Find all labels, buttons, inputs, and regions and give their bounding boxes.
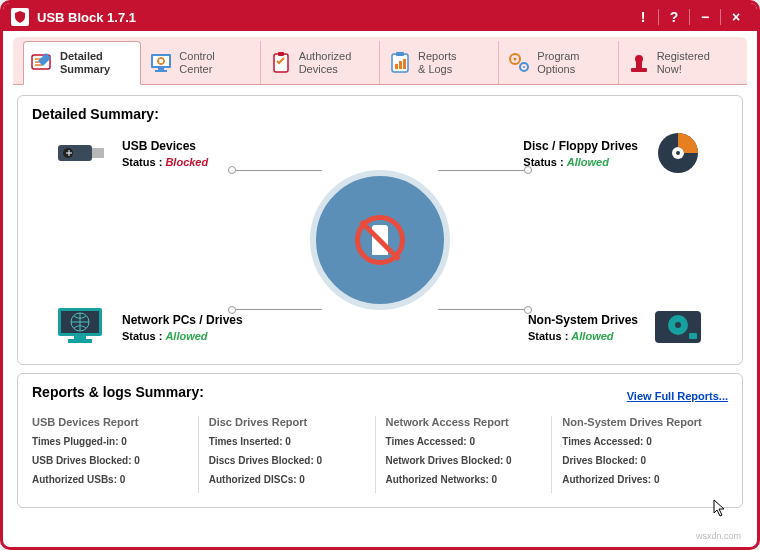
network-report-col: Network Access Report Times Accessed: 0 … — [376, 416, 553, 493]
alert-button[interactable]: ! — [630, 7, 656, 27]
cursor-icon — [713, 499, 727, 517]
disc-drives-block: Disc / Floppy DrivesStatus : Allowed — [523, 130, 708, 176]
clipboard-check-icon — [269, 51, 293, 75]
tab-program-options[interactable]: ProgramOptions — [501, 41, 618, 84]
summary-icon — [30, 51, 54, 75]
svg-rect-17 — [631, 68, 647, 72]
svg-rect-4 — [155, 70, 167, 72]
summary-title: Detailed Summary: — [32, 106, 728, 122]
chart-icon — [388, 51, 412, 75]
disc-icon — [648, 130, 708, 176]
svg-point-16 — [523, 66, 525, 68]
monitor-icon — [149, 51, 173, 75]
hard-drive-icon — [648, 304, 708, 350]
usb-cable-icon — [372, 225, 388, 255]
svg-rect-11 — [399, 61, 402, 69]
gears-icon — [507, 51, 531, 75]
svg-point-19 — [635, 55, 643, 63]
svg-point-14 — [514, 57, 517, 60]
svg-rect-30 — [68, 339, 92, 343]
tab-control-center[interactable]: ControlCenter — [143, 41, 260, 84]
tab-authorized-devices[interactable]: AuthorizedDevices — [263, 41, 380, 84]
detailed-summary-panel: Detailed Summary: USB DevicesStatus : Bl… — [17, 95, 743, 365]
app-shield-icon — [11, 8, 29, 26]
help-button[interactable]: ? — [661, 7, 687, 27]
tab-detailed-summary[interactable]: DetailedSummary — [23, 41, 141, 85]
svg-rect-3 — [158, 68, 164, 70]
tab-reports-logs[interactable]: Reports& Logs — [382, 41, 499, 84]
watermark: wsxdn.com — [696, 531, 741, 541]
svg-rect-6 — [274, 54, 288, 72]
network-monitor-icon — [52, 304, 112, 350]
tabs: DetailedSummary ControlCenter Authorized… — [13, 37, 747, 85]
svg-rect-10 — [395, 64, 398, 69]
usb-report-col: USB Devices Report Times Plugged-in: 0 U… — [32, 416, 199, 493]
nonsystem-drives-block: Non-System DrivesStatus : Allowed — [528, 304, 708, 350]
minimize-button[interactable]: − — [692, 7, 718, 27]
titlebar: USB Block 1.7.1 ! ? − × — [3, 3, 757, 31]
svg-rect-29 — [74, 336, 86, 339]
svg-rect-12 — [403, 59, 406, 69]
svg-point-25 — [676, 151, 680, 155]
app-window: USB Block 1.7.1 ! ? − × DetailedSummary … — [0, 0, 760, 550]
svg-rect-7 — [278, 52, 284, 56]
usb-stick-icon — [52, 130, 112, 176]
tab-registered-now[interactable]: RegisteredNow! — [621, 41, 737, 84]
nonsystem-report-col: Non-System Drives Report Times Accessed:… — [552, 416, 728, 493]
svg-rect-9 — [396, 52, 404, 56]
usb-block-icon — [310, 170, 450, 310]
svg-point-33 — [675, 322, 681, 328]
disc-report-col: Disc Drives Report Times Inserted: 0 Dis… — [199, 416, 376, 493]
app-title: USB Block 1.7.1 — [37, 10, 630, 25]
reports-title: Reports & logs Summary: — [32, 384, 204, 400]
svg-rect-21 — [92, 148, 104, 158]
network-drives-block: Network PCs / DrivesStatus : Allowed — [52, 304, 243, 350]
svg-rect-34 — [689, 333, 697, 339]
reports-panel: Reports & logs Summary: View Full Report… — [17, 373, 743, 508]
stamp-icon — [627, 51, 651, 75]
view-full-reports-link[interactable]: View Full Reports... — [627, 390, 728, 402]
close-button[interactable]: × — [723, 7, 749, 27]
usb-devices-block: USB DevicesStatus : Blocked — [52, 130, 208, 176]
